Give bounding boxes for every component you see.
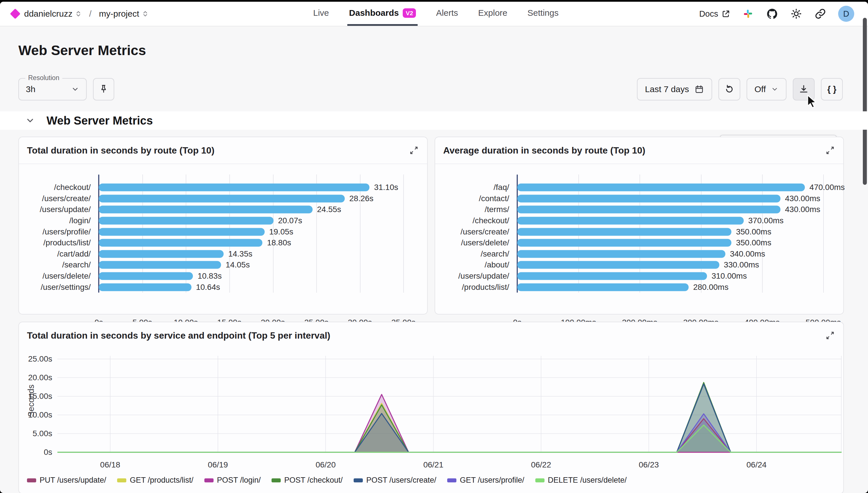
bar[interactable]	[99, 184, 369, 191]
legend-item[interactable]: GET /products/list/	[117, 476, 193, 485]
section-header: Web Server Metrics	[0, 111, 868, 130]
bar[interactable]	[99, 250, 224, 258]
tab-settings[interactable]: Settings	[526, 2, 560, 26]
bar[interactable]	[99, 206, 313, 214]
bar[interactable]	[99, 239, 262, 247]
category-label: /search/	[435, 249, 517, 259]
section-title: Web Server Metrics	[46, 114, 153, 127]
legend-item[interactable]: GET /users/profile/	[447, 476, 524, 485]
org-switcher[interactable]: ddanielcruzz	[24, 9, 82, 19]
value-label: 330.00ms	[724, 260, 759, 270]
x-tick-label: 06/24	[746, 460, 766, 470]
value-label: 350.00ms	[736, 238, 771, 248]
collapse-section-button[interactable]	[25, 116, 35, 125]
value-label: 350.00ms	[736, 227, 771, 236]
panel-duration-by-service-endpoint: Total duration in seconds by service and…	[18, 322, 844, 493]
project-switcher[interactable]: my-project	[99, 9, 148, 19]
bar[interactable]	[517, 239, 732, 247]
bar-row: /search/340.00ms	[435, 249, 842, 260]
scrollbar-thumb[interactable]	[863, 18, 867, 185]
tab-alerts[interactable]: Alerts	[434, 2, 460, 26]
value-label: 14.35s	[228, 249, 252, 259]
pin-resolution-button[interactable]	[93, 78, 114, 101]
legend-item[interactable]: PUT /users/update/	[27, 476, 106, 485]
time-range-label: Last 7 days	[645, 84, 689, 94]
dashboard-controls: Last 7 days Off { } Download dashboard a…	[637, 78, 843, 101]
tab-live[interactable]: Live	[312, 2, 331, 26]
panel-header: Total duration in seconds by route (Top …	[19, 137, 427, 164]
bar[interactable]	[517, 184, 805, 191]
expand-icon	[409, 146, 419, 155]
legend-item[interactable]: POST /checkout/	[272, 476, 343, 485]
bar[interactable]	[517, 261, 719, 269]
y-tick-label: 0s	[21, 448, 52, 457]
panel-title: Average duration in seconds by route (To…	[443, 145, 645, 156]
docs-link[interactable]: Docs	[699, 9, 730, 19]
tab-explore[interactable]: Explore	[477, 2, 509, 26]
bar[interactable]	[517, 195, 780, 202]
y-tick-label: 20.00s	[21, 373, 52, 382]
legend-item[interactable]: POST /login/	[204, 476, 261, 485]
bar[interactable]	[517, 250, 725, 258]
bar[interactable]	[517, 283, 689, 291]
resolution-group: Resolution 3h	[18, 78, 114, 101]
slack-button[interactable]	[742, 7, 754, 20]
expand-panel-button[interactable]	[408, 145, 420, 156]
breadcrumb: ddanielcruzz / my-project	[12, 2, 148, 26]
calendar-icon	[694, 84, 704, 94]
auto-refresh-select[interactable]: Off	[746, 78, 786, 101]
expand-panel-button[interactable]	[824, 145, 836, 156]
category-label: /about/	[435, 260, 517, 270]
bar[interactable]	[99, 272, 193, 280]
sun-icon	[790, 8, 802, 20]
download-dashboard-button[interactable]	[793, 78, 814, 101]
bar[interactable]	[99, 261, 221, 269]
legend-item[interactable]: DELETE /users/delete/	[535, 476, 627, 485]
value-label: 24.55s	[317, 205, 341, 214]
bar-row: /users/delete/10.83s	[19, 271, 418, 282]
area-chart: 0s5.00s10.00s15.00s20.00s25.00s06/1806/1…	[19, 322, 843, 493]
avatar[interactable]: D	[838, 6, 854, 22]
legend-swatch-icon	[354, 478, 363, 483]
bar-chart: /checkout/31.10s/users/create/28.26s/use…	[19, 164, 427, 314]
time-range-button[interactable]: Last 7 days	[637, 78, 712, 101]
auto-refresh-value: Off	[755, 84, 766, 94]
category-label: /checkout/	[435, 216, 517, 225]
share-button[interactable]	[814, 7, 827, 20]
legend-swatch-icon	[117, 478, 126, 483]
bar-row: /search/14.05s	[19, 259, 418, 271]
bar[interactable]	[99, 195, 345, 202]
resolution-label: Resolution	[25, 74, 62, 82]
legend: PUT /users/update/GET /products/list/POS…	[27, 476, 627, 485]
category-label: /users/delete/	[19, 272, 99, 281]
category-label: /checkout/	[19, 183, 99, 192]
theme-toggle-button[interactable]	[790, 7, 803, 20]
x-tick-label: 06/18	[100, 460, 120, 470]
bar[interactable]	[517, 272, 707, 280]
tab-dashboards[interactable]: DashboardsV2	[347, 2, 418, 26]
legend-swatch-icon	[535, 478, 545, 483]
category-label: /users/update/	[19, 205, 99, 214]
category-label: /products/list/	[435, 283, 517, 292]
refresh-button[interactable]	[718, 78, 740, 101]
bar[interactable]	[517, 206, 780, 214]
screen: ddanielcruzz / my-project LiveDashboards…	[0, 0, 868, 493]
github-icon	[766, 8, 778, 20]
resolution-select[interactable]: Resolution 3h	[18, 78, 87, 101]
legend-item[interactable]: POST /users/create/	[354, 476, 436, 485]
bar[interactable]	[99, 283, 191, 291]
panel-title: Total duration in seconds by route (Top …	[27, 145, 214, 156]
bar[interactable]	[517, 217, 744, 225]
bar[interactable]	[99, 228, 264, 236]
legend-swatch-icon	[27, 478, 36, 483]
bar-row: /users/update/24.55s	[19, 204, 418, 215]
bar[interactable]	[99, 217, 274, 225]
tab-label: Live	[313, 8, 329, 18]
dashboard-code-button[interactable]: { }	[821, 78, 843, 101]
bar-row: /contact/430.00ms	[435, 193, 842, 204]
bar[interactable]	[517, 228, 732, 236]
x-tick-label: 06/22	[531, 460, 551, 470]
sort-chevrons-icon	[75, 10, 82, 18]
bar-row: /checkout/31.10s	[19, 182, 418, 193]
github-button[interactable]	[766, 7, 779, 20]
